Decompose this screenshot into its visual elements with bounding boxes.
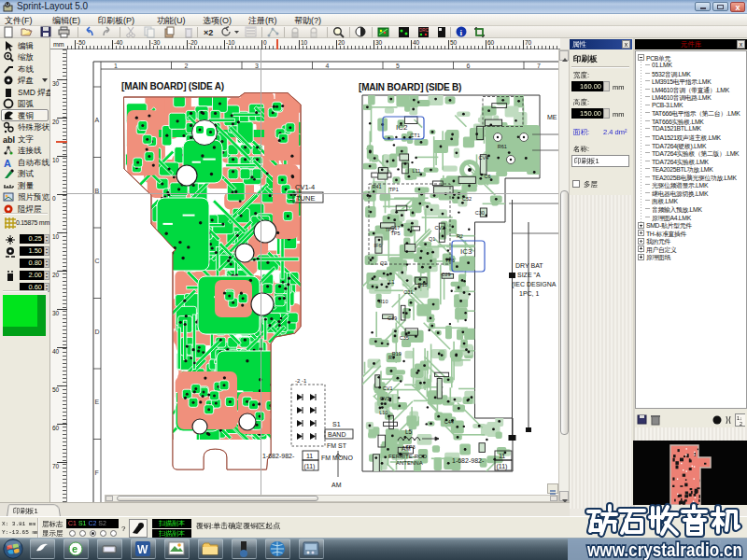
svg-text:3: 3 (255, 63, 259, 69)
svg-text:[MAIN BOARD] (SIDE A): [MAIN BOARD] (SIDE A) (121, 81, 224, 91)
svg-text:(11): (11) (497, 463, 508, 470)
svg-text:11: 11 (499, 453, 505, 459)
svg-text:C35: C35 (400, 335, 409, 341)
svg-text:DRY BAT: DRY BAT (515, 262, 543, 269)
svg-text:ME: ME (547, 114, 557, 120)
svg-text:C6: C6 (485, 174, 491, 179)
svg-text:CV1-4: CV1-4 (295, 183, 315, 191)
svg-text:IC3: IC3 (460, 247, 472, 256)
svg-text:1PC, 1: 1PC, 1 (519, 290, 540, 297)
svg-text:B: B (95, 188, 100, 194)
svg-text:BAND: BAND (328, 431, 345, 438)
svg-text:×2: ×2 (204, 28, 213, 37)
svg-text:abl: abl (3, 135, 15, 145)
svg-text:TP1: TP1 (389, 187, 399, 192)
svg-text:C29: C29 (442, 272, 451, 277)
svg-text:FM MONO: FM MONO (321, 455, 353, 461)
svg-text:IF6: IF6 (374, 243, 382, 248)
svg-text:C: C (95, 258, 100, 264)
svg-text:F: F (95, 469, 99, 476)
svg-text:C31: C31 (403, 289, 413, 295)
svg-text:L1: L1 (389, 279, 395, 285)
svg-text:C30: C30 (475, 210, 485, 216)
svg-text:C52: C52 (462, 196, 472, 202)
svg-text:CV4: CV4 (479, 155, 489, 161)
svg-text:CV3: CV3 (380, 396, 390, 401)
svg-text:TUNE: TUNE (296, 194, 315, 203)
svg-text:E: E (95, 399, 100, 405)
svg-text:AM: AM (331, 482, 342, 488)
svg-text:C17: C17 (390, 225, 400, 231)
svg-text:1-682-982-: 1-682-982- (262, 453, 295, 459)
svg-text:TP5: TP5 (390, 231, 400, 236)
svg-text:1-682-982-: 1-682-982- (452, 457, 485, 464)
svg-text:R15: R15 (418, 282, 428, 287)
svg-text:www.crystalradio.cn: www.crystalradio.cn (586, 539, 742, 560)
svg-text:FERRITE-ROD: FERRITE-ROD (388, 454, 428, 459)
svg-text:Q1: Q1 (429, 236, 435, 242)
svg-text:S1: S1 (332, 421, 341, 427)
svg-text:C39: C39 (388, 315, 397, 321)
svg-text:1: 1 (114, 63, 118, 69)
svg-text:(11): (11) (304, 463, 316, 470)
svg-text:R19: R19 (392, 351, 402, 357)
svg-text:6: 6 (467, 63, 471, 69)
svg-text:W: W (137, 543, 148, 556)
svg-text:e: e (72, 543, 78, 554)
svg-text:SIZE "A: SIZE "A (517, 272, 541, 278)
svg-text:7: 7 (537, 63, 541, 69)
svg-text:R10: R10 (378, 299, 388, 304)
svg-text:2: 2 (185, 63, 189, 69)
svg-text:R41: R41 (373, 184, 382, 189)
svg-text:4: 4 (326, 63, 330, 69)
svg-text:(IEC DESIGNA: (IEC DESIGNA (512, 281, 557, 288)
svg-text:CT1: CT1 (410, 133, 419, 138)
svg-text:C44: C44 (444, 419, 454, 425)
svg-text:-2 -1: -2 -1 (295, 378, 307, 384)
svg-text:L5: L5 (405, 428, 413, 435)
svg-text:[MAIN BOARD] (SIDE B): [MAIN BOARD] (SIDE B) (359, 82, 461, 92)
svg-text:L11: L11 (413, 168, 421, 174)
svg-text:FM ST: FM ST (327, 442, 347, 449)
svg-text:Q2: Q2 (380, 260, 387, 266)
svg-text:L10: L10 (379, 410, 388, 415)
svg-text:CV2: CV2 (435, 225, 445, 231)
svg-text:IC2: IC2 (396, 123, 408, 132)
svg-text:ANTENNA: ANTENNA (396, 460, 423, 466)
svg-text:DRC: DRC (419, 28, 429, 33)
svg-text:D: D (95, 329, 100, 335)
svg-text:R61: R61 (498, 144, 507, 149)
svg-text:AM: AM (402, 445, 411, 452)
svg-text:R2: R2 (457, 233, 463, 239)
svg-text:11: 11 (306, 453, 313, 459)
svg-text:2: 2 (740, 421, 742, 427)
svg-text:5: 5 (396, 63, 400, 69)
svg-text:A: A (95, 117, 100, 123)
svg-text:A: A (4, 158, 11, 169)
svg-text:CV1: CV1 (383, 385, 393, 391)
